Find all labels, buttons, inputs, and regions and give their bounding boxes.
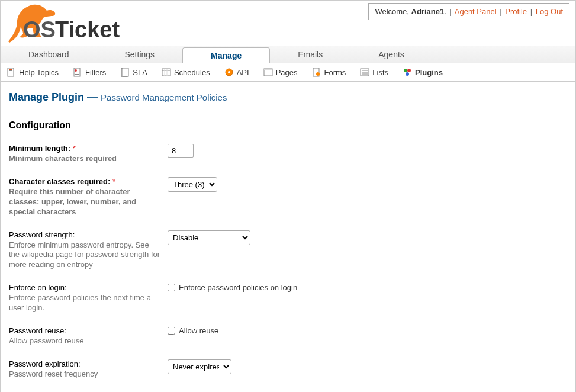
svg-point-22 [316, 72, 320, 76]
svg-rect-12 [123, 68, 128, 76]
row-reuse: Password reuse: Allow password reuse All… [9, 326, 567, 346]
plugin-name: Password Management Policies [101, 92, 227, 102]
svg-rect-5 [9, 72, 12, 72]
enforce-login-checkbox[interactable] [168, 284, 175, 291]
svg-rect-4 [9, 70, 12, 71]
svg-point-7 [75, 69, 77, 72]
reuse-label: Password reuse: [9, 326, 66, 335]
svg-point-27 [404, 69, 407, 72]
tab-manage[interactable]: Manage [182, 47, 270, 63]
enforce-login-cb-label: Enforce password policies on login [179, 283, 297, 292]
forms-icon [312, 68, 321, 77]
sla-icon [120, 68, 130, 77]
header-bar: OS Ticket Welcome, Adriane1. | Agent Pan… [1, 1, 575, 46]
expiration-desc: Password reset frequency [9, 369, 160, 380]
svg-rect-8 [75, 73, 79, 73]
subtab-filters[interactable]: Filters [73, 68, 106, 77]
welcome-text: Welcome, [375, 7, 411, 16]
profile-link[interactable]: Profile [505, 7, 527, 16]
sub-nav: Help Topics Filters SLA Schedules API Pa… [1, 63, 575, 82]
subtab-forms[interactable]: Forms [312, 68, 346, 77]
reuse-checkbox[interactable] [168, 327, 175, 335]
svg-text:Ticket: Ticket [55, 17, 120, 42]
reuse-desc: Allow password reuse [9, 336, 160, 346]
strength-select[interactable]: Disable [168, 230, 250, 245]
min-length-label: Minimum length: [9, 144, 70, 153]
row-expiration: Password expiration: Password reset freq… [9, 359, 567, 380]
subtab-plugins[interactable]: Plugins [403, 68, 443, 77]
svg-text:OS: OS [23, 17, 56, 42]
min-length-input[interactable] [168, 144, 194, 158]
subtab-help-topics[interactable]: Help Topics [7, 68, 59, 77]
char-classes-select[interactable]: Three (3) [168, 177, 217, 192]
reuse-cb-label: Allow reuse [179, 326, 218, 335]
filters-icon [73, 68, 82, 77]
tab-settings[interactable]: Settings [97, 46, 183, 63]
subtab-api[interactable]: API [224, 68, 249, 77]
subtab-sla[interactable]: SLA [120, 68, 147, 77]
row-strength: Password strength: Enforce minimum passw… [9, 230, 567, 271]
plugins-icon [403, 68, 412, 77]
help-topics-icon [7, 68, 16, 77]
svg-rect-13 [162, 69, 170, 76]
api-icon [224, 68, 234, 77]
svg-point-18 [228, 71, 230, 73]
svg-point-28 [407, 69, 411, 72]
schedules-icon [162, 68, 171, 77]
tab-emails[interactable]: Emails [270, 46, 350, 63]
logout-link[interactable]: Log Out [536, 7, 563, 16]
subtab-lists[interactable]: Lists [360, 68, 388, 77]
agent-panel-link[interactable]: Agent Panel [455, 7, 497, 16]
subtab-pages[interactable]: Pages [263, 68, 298, 77]
config-form: Minimum length: * Minimum characters req… [9, 144, 567, 380]
main-nav: Dashboard Settings Manage Emails Agents [1, 46, 575, 63]
char-classes-label: Character classes required: [9, 177, 110, 186]
pages-icon [263, 68, 273, 77]
strength-label: Password strength: [9, 230, 75, 239]
username: Adriane1 [411, 7, 445, 16]
page-content: Manage Plugin — Password Management Poli… [1, 82, 575, 392]
section-title: Configuration [9, 120, 567, 131]
enforce-login-label: Enforce on login: [9, 283, 67, 292]
row-min-length: Minimum length: * Minimum characters req… [9, 144, 567, 164]
svg-rect-3 [9, 69, 12, 70]
lists-icon [360, 68, 369, 77]
row-enforce-login: Enforce on login: Enforce password polic… [9, 283, 567, 313]
svg-rect-9 [75, 74, 79, 75]
tab-dashboard[interactable]: Dashboard [1, 46, 97, 63]
svg-rect-6 [74, 68, 80, 76]
expiration-select[interactable]: Never expires [168, 359, 231, 374]
char-classes-desc: Require this number of character classes… [9, 187, 160, 217]
tab-agents[interactable]: Agents [350, 46, 432, 63]
user-info-box: Welcome, Adriane1. | Agent Panel | Profi… [368, 3, 569, 20]
page-title: Manage Plugin — Password Management Poli… [9, 91, 567, 104]
strength-desc: Enforce minimum password entropy. See th… [9, 240, 160, 271]
osticket-logo: OS Ticket [7, 3, 125, 43]
svg-point-29 [406, 72, 409, 76]
row-char-classes: Character classes required: * Require th… [9, 177, 567, 217]
subtab-schedules[interactable]: Schedules [162, 68, 210, 77]
svg-rect-20 [264, 69, 272, 70]
enforce-login-desc: Enforce password policies the next time … [9, 293, 160, 313]
expiration-label: Password expiration: [9, 359, 81, 368]
min-length-desc: Minimum characters required [9, 154, 160, 164]
